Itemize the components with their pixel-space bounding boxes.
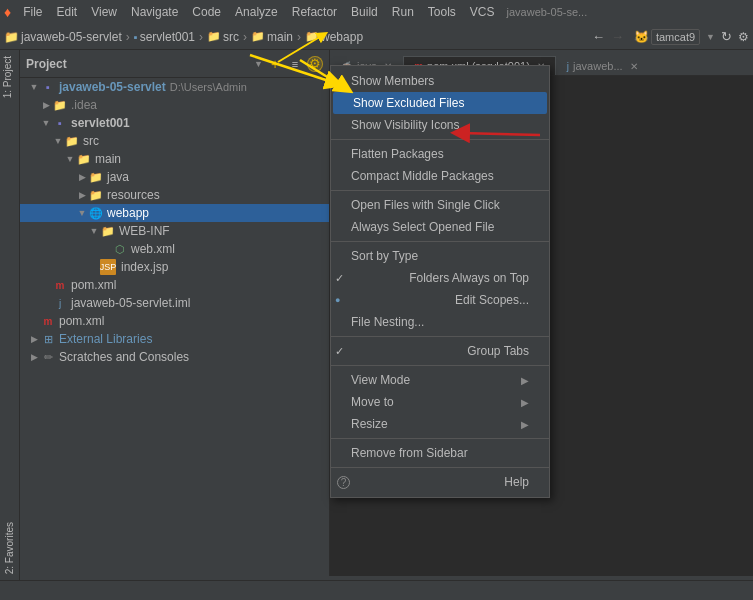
- ctx-compact[interactable]: Compact Middle Packages: [331, 165, 549, 187]
- gear-settings-icon[interactable]: ⚙: [738, 30, 749, 44]
- back-button[interactable]: ←: [592, 29, 605, 44]
- folder-icon: 📁: [52, 97, 68, 113]
- menu-run[interactable]: Run: [386, 3, 420, 21]
- breadcrumb-item-2[interactable]: servlet001: [140, 30, 195, 44]
- expand-arrow[interactable]: ▶: [76, 189, 88, 201]
- menu-navigate[interactable]: Navigate: [125, 3, 184, 21]
- ctx-sep-2: [331, 190, 549, 191]
- expand-arrow[interactable]: ▼: [52, 135, 64, 147]
- breadcrumb-bar: 📁 javaweb-05-servlet › ▪ servlet001 › 📁 …: [0, 24, 753, 50]
- breadcrumb-folder-icon-4: 📁: [305, 30, 319, 43]
- ctx-flatten[interactable]: Flatten Packages: [331, 143, 549, 165]
- run-config-icon: 🐱: [634, 30, 649, 44]
- menu-build[interactable]: Build: [345, 3, 384, 21]
- expand-arrow[interactable]: ▶: [40, 99, 52, 111]
- expand-arrow-spacer: [40, 297, 52, 309]
- ctx-move-to[interactable]: Move to ▶: [331, 391, 549, 413]
- ctx-help[interactable]: ? Help: [331, 471, 549, 493]
- tree-item-scratches[interactable]: ▶ ✏ Scratches and Consoles: [20, 348, 329, 366]
- tree-item-label: src: [83, 134, 99, 148]
- tree-item-iml[interactable]: j javaweb-05-servlet.iml: [20, 294, 329, 312]
- ctx-folders-top[interactable]: ✓ Folders Always on Top: [331, 267, 549, 289]
- ctx-group-tabs[interactable]: ✓ Group Tabs: [331, 340, 549, 362]
- tree-item-pomxml-root[interactable]: m pom.xml: [20, 312, 329, 330]
- ctx-open-single-click[interactable]: Open Files with Single Click: [331, 194, 549, 216]
- tree-item-webxml[interactable]: ⬡ web.xml: [20, 240, 329, 258]
- project-panel: Project ▼ + ≡ ⚙: [20, 50, 330, 576]
- tree-item-label: javaweb-05-servlet.iml: [71, 296, 190, 310]
- sidebar-tab-project[interactable]: 1: Project: [0, 50, 19, 104]
- breadcrumb-item-3[interactable]: src: [223, 30, 239, 44]
- expand-arrow[interactable]: ▼: [28, 81, 40, 93]
- ctx-label: Group Tabs: [467, 344, 529, 358]
- breadcrumb-module-icon: ▪: [134, 31, 138, 43]
- ctx-show-members[interactable]: Show Members: [331, 70, 549, 92]
- side-tabs-bottom-left: 2: Favorites: [0, 516, 20, 580]
- ctx-file-nesting[interactable]: File Nesting...: [331, 311, 549, 333]
- tree-item-label: Scratches and Consoles: [59, 350, 189, 364]
- tree-item-src[interactable]: ▼ 📁 src: [20, 132, 329, 150]
- run-config-name[interactable]: tamcat9: [651, 29, 700, 45]
- ctx-label: Flatten Packages: [351, 147, 444, 161]
- tree-item-webapp[interactable]: ▼ 🌐 webapp: [20, 204, 329, 222]
- tree-container[interactable]: ▼ ▪ javaweb-05-servlet D:\Users\Admin ▶ …: [20, 78, 329, 576]
- tree-item-java[interactable]: ▶ 📁 java: [20, 168, 329, 186]
- chevron-down-icon[interactable]: ▼: [706, 32, 715, 42]
- menu-edit[interactable]: Edit: [51, 3, 84, 21]
- breadcrumb-folder-icon-3: 📁: [251, 30, 265, 43]
- ctx-resize[interactable]: Resize ▶: [331, 413, 549, 435]
- menu-code[interactable]: Code: [186, 3, 227, 21]
- panel-dropdown-icon[interactable]: ▼: [254, 59, 263, 69]
- tab-close-icon[interactable]: ✕: [630, 61, 638, 72]
- breadcrumb-sep-2: ›: [199, 30, 203, 44]
- expand-arrow[interactable]: ▼: [76, 207, 88, 219]
- breadcrumb-item-4[interactable]: main: [267, 30, 293, 44]
- panel-header: Project ▼ + ≡ ⚙: [20, 50, 329, 78]
- forward-button[interactable]: →: [611, 29, 624, 44]
- tree-item-label: web.xml: [131, 242, 175, 256]
- refresh-icon[interactable]: ↻: [721, 29, 732, 44]
- app-logo: ♦: [4, 4, 11, 20]
- expand-arrow[interactable]: ▼: [64, 153, 76, 165]
- collapse-all-button[interactable]: ≡: [287, 56, 303, 72]
- tree-item-root[interactable]: ▼ ▪ javaweb-05-servlet D:\Users\Admin: [20, 78, 329, 96]
- scratches-icon: ✏: [40, 349, 56, 365]
- favorites-tab[interactable]: 2: Favorites: [2, 516, 17, 580]
- expand-arrow[interactable]: ▼: [40, 117, 52, 129]
- ctx-edit-scopes[interactable]: ● Edit Scopes...: [331, 289, 549, 311]
- tree-item-idea[interactable]: ▶ 📁 .idea: [20, 96, 329, 114]
- gear-button[interactable]: ⚙: [307, 56, 323, 72]
- library-icon: ⊞: [40, 331, 56, 347]
- menu-view[interactable]: View: [85, 3, 123, 21]
- expand-arrow[interactable]: ▶: [28, 351, 40, 363]
- ctx-show-excluded[interactable]: Show Excluded Files: [333, 92, 547, 114]
- menu-vcs[interactable]: VCS: [464, 3, 501, 21]
- breadcrumb-item-5[interactable]: webapp: [321, 30, 363, 44]
- breadcrumb-item-1[interactable]: javaweb-05-servlet: [21, 30, 122, 44]
- expand-arrow[interactable]: ▼: [88, 225, 100, 237]
- ctx-remove-sidebar[interactable]: Remove from Sidebar: [331, 442, 549, 464]
- tree-item-ext-libs[interactable]: ▶ ⊞ External Libraries: [20, 330, 329, 348]
- expand-arrow[interactable]: ▶: [76, 171, 88, 183]
- ctx-view-mode[interactable]: View Mode ▶: [331, 369, 549, 391]
- tree-item-label: pom.xml: [59, 314, 104, 328]
- add-new-button[interactable]: +: [267, 56, 283, 72]
- tab-javaweb[interactable]: j javaweb... ✕: [556, 56, 649, 75]
- module-icon: ▪: [40, 79, 56, 95]
- expand-arrow[interactable]: ▶: [28, 333, 40, 345]
- tree-item-webinf[interactable]: ▼ 📁 WEB-INF: [20, 222, 329, 240]
- menu-file[interactable]: File: [17, 3, 48, 21]
- menu-tools[interactable]: Tools: [422, 3, 462, 21]
- tree-item-main[interactable]: ▼ 📁 main: [20, 150, 329, 168]
- breadcrumb-sep-1: ›: [126, 30, 130, 44]
- ctx-always-select[interactable]: Always Select Opened File: [331, 216, 549, 238]
- menu-analyze[interactable]: Analyze: [229, 3, 284, 21]
- ctx-sort-type[interactable]: Sort by Type: [331, 245, 549, 267]
- menu-refactor[interactable]: Refactor: [286, 3, 343, 21]
- module-icon: ▪: [52, 115, 68, 131]
- tree-item-servlet001[interactable]: ▼ ▪ servlet001: [20, 114, 329, 132]
- tree-item-pomxml-servlet[interactable]: m pom.xml: [20, 276, 329, 294]
- ctx-show-visibility[interactable]: Show Visibility Icons: [331, 114, 549, 136]
- tree-item-indexjsp[interactable]: JSP index.jsp: [20, 258, 329, 276]
- tree-item-resources[interactable]: ▶ 📁 resources: [20, 186, 329, 204]
